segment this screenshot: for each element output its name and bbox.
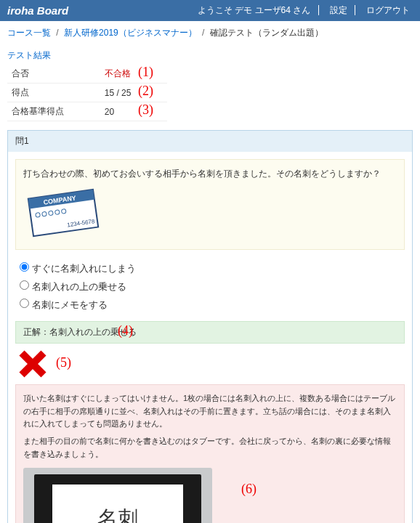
welcome-text: ようこそ デモ ユーザ64 さん (195, 5, 313, 15)
meishi-card-text: 名刺 (52, 485, 183, 523)
explanation-text-2: また相手の目の前で名刺に何かを書き込むのはタブーです。会社に戻ってから、名刺の裏… (23, 435, 397, 461)
question-1-text-area: 打ち合わせの際、初めてお会いする相手から名刺を頂きました。その名刺をどうしますか… (15, 159, 405, 250)
result-score-label: 得点 (7, 84, 100, 102)
question-1-options: すぐに名刺入れにしまう 名刺入れの上の乗せる 名刺にメモをする (20, 260, 405, 314)
option-1-radio[interactable] (20, 262, 29, 272)
option-2[interactable]: 名刺入れの上の乗せる (20, 278, 405, 296)
option-3-radio[interactable] (20, 299, 29, 308)
annotation-1: (1) (138, 65, 153, 80)
option-3[interactable]: 名刺にメモをする (20, 296, 405, 315)
logout-link[interactable]: ログアウト (363, 5, 413, 15)
result-title: テスト結果 (7, 49, 413, 62)
question-1-block: 問1 打ち合わせの際、初めてお会いする相手から名刺を頂きました。その名刺をどうし… (7, 130, 413, 523)
explanation-box: 頂いた名刺はすぐにしまってはいけません。1枚の場合には名刺入れの上に、複数ある場… (15, 384, 405, 523)
correct-answer-row: 正解：名刺入れの上の乗せる (4) (15, 321, 405, 344)
result-passscore-label: 合格基準得点 (7, 102, 100, 121)
annotation-2: (2) (138, 84, 153, 99)
app-header: iroha Board ようこそ デモ ユーザ64 さん 設定 ログアウト (0, 0, 420, 21)
explanation-text-1: 頂いた名刺はすぐにしまってはいけません。1枚の場合には名刺入れの上に、複数ある場… (23, 392, 397, 431)
annotation-6: (6) (241, 479, 257, 500)
breadcrumb-courses[interactable]: コース一覧 (7, 28, 51, 38)
settings-link[interactable]: 設定 (327, 5, 350, 15)
meishi-photo: 名刺 (23, 468, 212, 523)
brand-title: iroha Board (7, 4, 68, 17)
option-1[interactable]: すぐに名刺入れにしまう (20, 260, 405, 278)
header-right: ようこそ デモ ユーザ64 さん 設定 ログアウト (195, 4, 413, 17)
breadcrumb-course-name[interactable]: 新人研修2019（ビジネスマナー） (64, 28, 197, 38)
annotation-5: (5) (56, 355, 71, 370)
result-table: 合否 不合格 (1) 得点 15 / 25 (2) 合格基準得点 20 (3) (7, 65, 167, 121)
breadcrumb: コース一覧 / 新人研修2019（ビジネスマナー） / 確認テスト（ランダム出題… (0, 21, 420, 45)
result-passfail-label: 合否 (7, 65, 100, 84)
wrong-x-icon (18, 349, 47, 378)
annotation-3: (3) (138, 102, 153, 118)
business-card-illustration: COMPANY 1234-5678 (23, 187, 397, 239)
question-1-head: 問1 (8, 131, 412, 152)
breadcrumb-current: 確認テスト（ランダム出題） (210, 28, 323, 38)
question-1-text: 打ち合わせの際、初めてお会いする相手から名刺を頂きました。その名刺をどうしますか… (23, 167, 397, 181)
annotation-4: (4) (118, 323, 133, 338)
option-2-radio[interactable] (20, 280, 29, 290)
wrong-mark-row: (5) (18, 349, 402, 378)
